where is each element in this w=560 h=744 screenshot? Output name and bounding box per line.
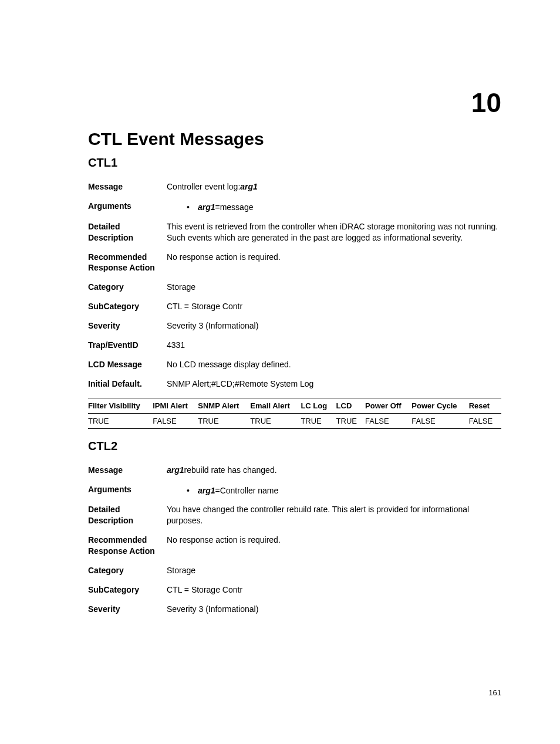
message-suffix: rebuild rate has changed. [184,465,277,475]
row-category: Category Storage [88,565,501,576]
value-detailed-description: You have changed the controller rebuild … [167,504,501,526]
label-trap-event-id: Trap/EventID [88,340,167,351]
value-message: Controller event log:arg1 [167,181,501,192]
value-severity: Severity 3 (Informational) [167,320,501,332]
row-message: Message Controller event log:arg1 [88,181,501,192]
label-recommended-response: Recommended Response Action [88,535,167,557]
row-detailed-description: Detailed Description This event is retri… [88,221,501,244]
chapter-title: CTL Event Messages [88,129,501,149]
row-arguments: Arguments arg1 = message [88,201,501,213]
message-arg: arg1 [240,182,258,191]
td: FALSE [469,413,501,428]
label-detailed-description: Detailed Description [88,504,167,526]
th-power-off: Power Off [365,398,411,413]
th-filter-visibility: Filter Visibility [88,398,153,413]
table-header-row: Filter Visibility IPMI Alert SNMP Alert … [88,398,501,413]
th-lc-log: LC Log [301,398,336,413]
td: TRUE [250,413,301,428]
table-row: TRUE FALSE TRUE TRUE TRUE TRUE FALSE FAL… [88,413,501,428]
row-recommended-response: Recommended Response Action No response … [88,252,501,274]
label-category: Category [88,282,167,293]
filter-visibility-table: Filter Visibility IPMI Alert SNMP Alert … [88,398,501,429]
row-initial-default: Initial Default. SNMP Alert;#LCD;#Remote… [88,378,501,390]
value-severity: Severity 3 (Informational) [167,604,501,615]
argument-item: arg1 = message [167,202,501,213]
row-subcategory: SubCategory CTL = Storage Contr [88,301,501,312]
label-message: Message [88,181,167,192]
td: FALSE [153,413,198,428]
arg-eq: = [215,202,220,213]
row-category: Category Storage [88,282,501,293]
arg-eq: = [215,485,220,496]
value-initial-default: SNMP Alert;#LCD;#Remote System Log [167,378,501,390]
th-reset: Reset [469,398,501,413]
row-subcategory: SubCategory CTL = Storage Contr [88,584,501,596]
td: TRUE [336,413,366,428]
th-power-cycle: Power Cycle [411,398,468,413]
page: 10 CTL Event Messages CTL1 Message Contr… [0,0,560,744]
row-lcd-message: LCD Message No LCD message display defin… [88,359,501,370]
value-detailed-description: This event is retrieved from the control… [167,221,501,244]
arg-desc: message [220,202,254,213]
row-message: Message arg1rebuild rate has changed. [88,465,501,476]
label-severity: Severity [88,604,167,615]
td: TRUE [198,413,250,428]
td: FALSE [365,413,411,428]
value-category: Storage [167,565,501,576]
row-trap-event-id: Trap/EventID 4331 [88,340,501,351]
row-recommended-response: Recommended Response Action No response … [88,535,501,557]
value-lcd-message: No LCD message display defined. [167,359,501,370]
message-prefix: Controller event log: [167,182,240,191]
value-recommended-response: No response action is required. [167,252,501,263]
value-subcategory: CTL = Storage Contr [167,584,501,596]
value-subcategory: CTL = Storage Contr [167,301,501,312]
th-lcd: LCD [336,398,366,413]
label-subcategory: SubCategory [88,584,167,596]
value-category: Storage [167,282,501,293]
label-detailed-description: Detailed Description [88,221,167,244]
value-recommended-response: No response action is required. [167,535,501,546]
label-message: Message [88,465,167,476]
value-message: arg1rebuild rate has changed. [167,465,501,476]
label-category: Category [88,565,167,576]
page-number: 161 [488,688,501,697]
label-lcd-message: LCD Message [88,359,167,370]
arg-name: arg1 [198,485,215,496]
row-detailed-description: Detailed Description You have changed th… [88,504,501,526]
th-ipmi-alert: IPMI Alert [153,398,198,413]
th-snmp-alert: SNMP Alert [198,398,250,413]
value-arguments: arg1 = message [167,201,501,213]
section-title-ctl2: CTL2 [88,439,501,453]
section-title-ctl1: CTL1 [88,156,501,170]
row-severity: Severity Severity 3 (Informational) [88,320,501,332]
td: TRUE [301,413,336,428]
value-arguments: arg1 = Controller name [167,484,501,496]
arg-name: arg1 [198,202,215,213]
label-subcategory: SubCategory [88,301,167,312]
arg-desc: Controller name [220,485,279,496]
label-initial-default: Initial Default. [88,378,167,390]
message-arg: arg1 [167,465,184,475]
label-recommended-response: Recommended Response Action [88,252,167,274]
label-severity: Severity [88,320,167,332]
chapter-number: 10 [471,87,501,119]
th-email-alert: Email Alert [250,398,301,413]
argument-item: arg1 = Controller name [167,485,501,496]
value-trap-event-id: 4331 [167,340,501,351]
row-arguments: Arguments arg1 = Controller name [88,484,501,496]
td: FALSE [411,413,468,428]
td: TRUE [88,413,153,428]
label-arguments: Arguments [88,201,167,212]
row-severity: Severity Severity 3 (Informational) [88,604,501,615]
label-arguments: Arguments [88,484,167,495]
